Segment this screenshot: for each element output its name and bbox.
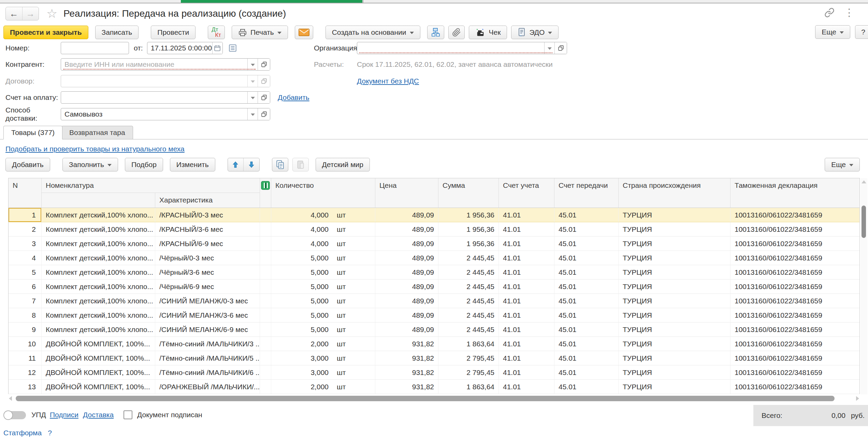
contract-dropdown-button[interactable] bbox=[247, 75, 258, 87]
cell-customs[interactable]: 10013160/061022/3481659 bbox=[730, 337, 859, 351]
cell-acc[interactable]: 41.01 bbox=[499, 280, 554, 293]
cell-sum[interactable]: 1 863,64 bbox=[438, 380, 499, 394]
cell-tacc[interactable]: 45.01 bbox=[554, 265, 619, 279]
col-header-nomenclature[interactable]: Номенклатура bbox=[42, 178, 260, 193]
save-button[interactable]: Записать bbox=[95, 26, 139, 39]
cell-customs[interactable]: 10013160/061022/3481659 bbox=[730, 265, 859, 279]
organization-input[interactable] bbox=[357, 42, 567, 54]
cell-price[interactable]: 489,09 bbox=[375, 280, 438, 293]
dtkt-postings-button[interactable]: ДтКт bbox=[208, 26, 225, 39]
cell-sum[interactable]: 2 445,45 bbox=[438, 308, 499, 322]
col-header-quantity[interactable]: Количество bbox=[271, 178, 375, 208]
cell-price[interactable]: 489,09 bbox=[375, 222, 438, 236]
post-and-close-button[interactable]: Провести и закрыть bbox=[3, 26, 88, 39]
cell-country[interactable]: ТУРЦИЯ bbox=[619, 308, 730, 322]
cell-sum[interactable]: 2 795,45 bbox=[438, 365, 499, 379]
favorite-star-icon[interactable]: ☆ bbox=[46, 7, 57, 20]
cell-nom[interactable]: Комплект детский,100% хлопо... bbox=[42, 208, 155, 222]
cell-country[interactable]: ТУРЦИЯ bbox=[619, 380, 730, 394]
col-header-marking[interactable] bbox=[260, 178, 271, 208]
cell-country[interactable]: ТУРЦИЯ bbox=[619, 351, 730, 365]
col-header-price[interactable]: Цена bbox=[375, 178, 438, 208]
table-row[interactable]: 4Комплект детский,100% хлопо.../Чёрный/0… bbox=[9, 251, 859, 265]
cell-tacc[interactable]: 45.01 bbox=[554, 365, 619, 379]
date-input[interactable]: 17.11.2025 0:00:00 bbox=[147, 42, 223, 54]
cell-mark[interactable] bbox=[260, 208, 271, 222]
cell-unit[interactable]: шт bbox=[333, 365, 375, 379]
cell-mark[interactable] bbox=[260, 365, 271, 379]
cell-tacc[interactable]: 45.01 bbox=[554, 208, 619, 222]
horizontal-scrollbar[interactable] bbox=[8, 395, 860, 402]
cell-n[interactable]: 9 bbox=[9, 322, 42, 336]
cell-qty[interactable]: 5,000 bbox=[271, 308, 333, 322]
cell-n[interactable]: 2 bbox=[9, 222, 42, 236]
table-row[interactable]: 8Комплект детский,100% хлопо.../СИНИЙ МЕ… bbox=[9, 308, 859, 322]
cell-nom[interactable]: Комплект детский,100% хлопо... bbox=[42, 251, 155, 265]
table-more-button[interactable]: Еще bbox=[825, 158, 860, 171]
cell-tacc[interactable]: 45.01 bbox=[554, 222, 619, 236]
cell-mark[interactable] bbox=[260, 280, 271, 293]
cell-price[interactable]: 489,09 bbox=[375, 322, 438, 336]
col-header-characteristic[interactable]: Характеристика bbox=[155, 193, 260, 208]
cell-country[interactable]: ТУРЦИЯ bbox=[619, 280, 730, 293]
cell-price[interactable]: 489,09 bbox=[375, 251, 438, 265]
cell-acc[interactable]: 41.01 bbox=[499, 222, 554, 236]
cell-country[interactable]: ТУРЦИЯ bbox=[619, 208, 730, 222]
cell-unit[interactable]: шт bbox=[333, 322, 375, 336]
cell-char[interactable]: /ОРАНЖЕВЫЙ /МАЛЬЧИКИ/... bbox=[155, 380, 260, 394]
cell-char[interactable]: /Тёмно-синий /МАЛЬЧИКИ/6 ... bbox=[155, 365, 260, 379]
horizontal-scroll-thumb[interactable] bbox=[16, 396, 835, 401]
cell-unit[interactable]: шт bbox=[333, 351, 375, 365]
cell-sum[interactable]: 2 445,45 bbox=[438, 280, 499, 293]
fill-button[interactable]: Заполнить bbox=[62, 158, 118, 171]
cell-country[interactable]: ТУРЦИЯ bbox=[619, 251, 730, 265]
cell-mark[interactable] bbox=[260, 337, 271, 351]
cell-tacc[interactable]: 45.01 bbox=[554, 308, 619, 322]
invoice-input[interactable] bbox=[61, 91, 270, 104]
invoice-open-button[interactable] bbox=[258, 92, 270, 103]
cell-acc[interactable]: 41.01 bbox=[499, 265, 554, 279]
print-button[interactable]: Печать bbox=[232, 26, 288, 39]
cell-price[interactable]: 931,82 bbox=[375, 365, 438, 379]
vertical-scroll-thumb[interactable] bbox=[862, 206, 866, 238]
cell-country[interactable]: ТУРЦИЯ bbox=[619, 337, 730, 351]
cell-unit[interactable]: шт bbox=[333, 237, 375, 251]
table-row[interactable]: 13ДВОЙНОЙ КОМПЛЕКТ, 100%.../ОРАНЖЕВЫЙ /М… bbox=[9, 380, 859, 394]
cell-char[interactable]: /КРАСНЫЙ/6-9 мес bbox=[155, 237, 260, 251]
cell-unit[interactable]: шт bbox=[333, 337, 375, 351]
cell-unit[interactable]: шт bbox=[333, 308, 375, 322]
cell-nom[interactable]: ДВОЙНОЙ КОМПЛЕКТ, 100%... bbox=[42, 337, 155, 351]
selection-button[interactable]: Подбор bbox=[125, 158, 163, 171]
cell-nom[interactable]: Комплект детский,100% хлопо... bbox=[42, 280, 155, 293]
cell-customs[interactable]: 10013160/061022/3481659 bbox=[730, 294, 859, 308]
table-row[interactable]: 7Комплект детский,100% хлопо.../СИНИЙ МЕ… bbox=[9, 294, 859, 308]
cell-unit[interactable]: шт bbox=[333, 294, 375, 308]
cell-price[interactable]: 931,82 bbox=[375, 380, 438, 394]
cell-customs[interactable]: 10013160/061022/3481659 bbox=[730, 308, 859, 322]
cell-country[interactable]: ТУРЦИЯ bbox=[619, 322, 730, 336]
cell-sum[interactable]: 1 863,64 bbox=[438, 337, 499, 351]
col-header-sum[interactable]: Сумма bbox=[438, 178, 499, 208]
col-header-n[interactable]: N bbox=[9, 178, 42, 208]
get-link-icon[interactable] bbox=[824, 7, 835, 18]
cell-unit[interactable]: шт bbox=[333, 208, 375, 222]
cell-mark[interactable] bbox=[260, 237, 271, 251]
cell-sum[interactable]: 2 445,45 bbox=[438, 265, 499, 279]
cell-sum[interactable]: 2 445,45 bbox=[438, 251, 499, 265]
delivery-link[interactable]: Доставка bbox=[83, 411, 114, 419]
cell-n[interactable]: 4 bbox=[9, 251, 42, 265]
cell-char[interactable]: /Тёмно-синий /МАЛЬЧИКИ/5 ... bbox=[155, 351, 260, 365]
cell-tacc[interactable]: 45.01 bbox=[554, 351, 619, 365]
send-email-button[interactable] bbox=[295, 26, 313, 39]
cell-char[interactable]: /Тёмно-синий /МАЛЬЧИКИ/3 ... bbox=[155, 337, 260, 351]
cell-price[interactable]: 931,82 bbox=[375, 337, 438, 351]
table-row[interactable]: 11ДВОЙНОЙ КОМПЛЕКТ, 100%.../Тёмно-синий … bbox=[9, 351, 859, 365]
cell-acc[interactable]: 41.01 bbox=[499, 337, 554, 351]
col-header-customs[interactable]: Таможенная декларация bbox=[730, 178, 859, 208]
fur-goods-check-link[interactable]: Подобрать и проверить товары из натураль… bbox=[5, 145, 185, 153]
number-input[interactable] bbox=[61, 42, 129, 54]
calendar-button[interactable] bbox=[212, 42, 222, 54]
cell-qty[interactable]: 4,000 bbox=[271, 222, 333, 236]
move-down-button[interactable] bbox=[244, 158, 259, 171]
cell-tacc[interactable]: 45.01 bbox=[554, 294, 619, 308]
